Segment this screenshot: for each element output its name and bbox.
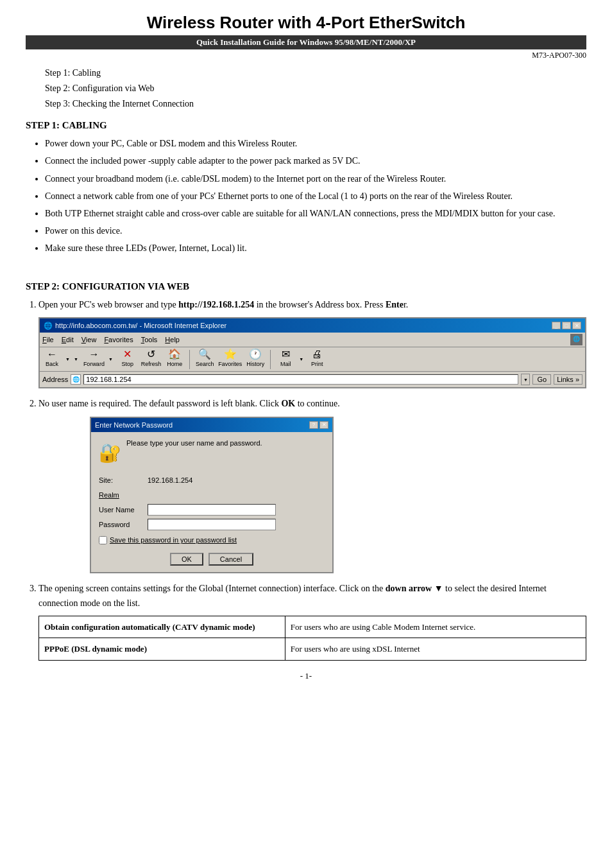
- step2-item2-text2: to continue.: [295, 399, 340, 408]
- step2-item1-enter: Ente: [386, 300, 404, 309]
- step1-title: STEP 1: CABLING: [26, 120, 586, 131]
- table-cell-right-2: For users who are using xDSL Internet: [285, 638, 586, 660]
- dialog-body: 🔐 Please type your user name and passwor…: [91, 432, 332, 572]
- step2-item2-ok: OK: [281, 399, 295, 408]
- dialog-save-checkbox[interactable]: Save this password in your password list: [99, 534, 325, 546]
- subtitle-bar: Quick Installation Guide for Windows 95/…: [26, 35, 586, 49]
- toolbar-separator-2: [270, 350, 271, 369]
- minimize-button[interactable]: _: [552, 322, 561, 329]
- back-button[interactable]: ← Back: [42, 349, 62, 369]
- mail-label: Mail: [280, 360, 291, 369]
- toolbar-separator-1: [189, 350, 190, 369]
- mail-dropdown-arrow[interactable]: ▼: [299, 356, 303, 363]
- step2-item1-before: Open your PC's web browser and type: [38, 300, 178, 309]
- browser-addressbar: Address 🌐 ▼ Go Links »: [40, 372, 585, 387]
- bullet-4: Connect a network cable from one of your…: [45, 189, 586, 204]
- home-label: Home: [167, 360, 182, 369]
- menu-edit[interactable]: Edit: [62, 334, 74, 345]
- search-button[interactable]: 🔍 Search: [195, 349, 214, 369]
- dialog-password-field[interactable]: Password: [99, 519, 325, 530]
- refresh-label: Refresh: [141, 360, 162, 369]
- dialog-close-button[interactable]: ✕: [319, 421, 328, 429]
- bullet-1: Power down your PC, Cable or DSL modem a…: [45, 136, 586, 151]
- browser-window-controls[interactable]: _ □ ✕: [552, 322, 581, 329]
- dialog-message: Please type your user name and password.: [126, 438, 262, 448]
- mail-icon: ✉: [282, 349, 290, 360]
- password-dialog: Enter Network Password ? ✕ 🔐 Please type…: [90, 417, 334, 573]
- address-dropdown[interactable]: ▼: [521, 374, 530, 385]
- lock-icon: 🔐: [99, 438, 121, 468]
- toc-item-1: Step 1: Cabling: [45, 65, 586, 81]
- mail-button[interactable]: ✉ Mail: [276, 349, 295, 369]
- menu-help[interactable]: Help: [165, 334, 180, 345]
- menu-favorites[interactable]: Favorites: [104, 334, 133, 345]
- browser-title-label: http://info.abocom.com.tw/ - Microsoft I…: [55, 320, 226, 331]
- browser-menubar: File Edit View Favorites Tools Help 🌐: [40, 333, 585, 347]
- cancel-button[interactable]: Cancel: [208, 553, 253, 566]
- stop-icon: ✕: [123, 349, 132, 360]
- browser-title-icon: 🌐: [44, 320, 53, 331]
- address-label: Address: [42, 374, 68, 385]
- table-row-2: PPPoE (DSL dynamic mode) For users who a…: [39, 638, 586, 660]
- home-icon: 🏠: [168, 349, 181, 360]
- step2-item-2: No user name is required. The default pa…: [38, 396, 586, 573]
- forward-dropdown-arrow2[interactable]: ▼: [108, 356, 113, 363]
- browser-title-text: 🌐 http://info.abocom.com.tw/ - Microsoft…: [44, 320, 226, 331]
- menu-file[interactable]: File: [42, 334, 54, 345]
- ie-icon: 🌐: [570, 334, 582, 345]
- step2-item-3: The opening screen contains settings for…: [38, 581, 586, 661]
- forward-button[interactable]: → Forward: [83, 349, 105, 369]
- stop-button[interactable]: ✕ Stop: [118, 349, 137, 369]
- table-cell-left-1: Obtain configuration automatically (CATV…: [39, 616, 285, 638]
- site-value: 192.168.1.254: [148, 474, 192, 486]
- username-input[interactable]: [148, 504, 276, 516]
- bullet-6: Power on this device.: [45, 223, 586, 238]
- dialog-realm-field: Realm: [99, 489, 325, 501]
- print-button[interactable]: 🖨 Print: [307, 349, 327, 369]
- close-button[interactable]: ✕: [572, 322, 581, 329]
- browser-toolbar: ← Back ▼ ▼ → Forward ▼ ✕ Stop ↺ Refresh: [40, 347, 585, 372]
- username-label: User Name: [99, 504, 144, 516]
- address-input[interactable]: [83, 374, 518, 385]
- down-arrow-symbol: ▼: [434, 584, 443, 593]
- favorites-icon: ⭐: [224, 349, 237, 360]
- model-number: M73-APO07-300: [26, 51, 586, 60]
- menu-tools[interactable]: Tools: [141, 334, 158, 345]
- home-button[interactable]: 🏠 Home: [165, 349, 184, 369]
- page-title: Wireless Router with 4-Port EtherSwitch: [26, 13, 586, 33]
- history-button[interactable]: 🕐 History: [246, 349, 265, 369]
- step2-item3-before: The opening screen contains settings for…: [38, 584, 386, 593]
- favorites-button[interactable]: ⭐ Favorites: [218, 349, 242, 369]
- menu-view[interactable]: View: [81, 334, 97, 345]
- stop-label: Stop: [122, 360, 134, 369]
- forward-icon: →: [89, 349, 99, 360]
- go-button[interactable]: Go: [532, 374, 551, 385]
- site-label: Site:: [99, 474, 144, 486]
- refresh-icon: ↺: [147, 349, 155, 360]
- forward-dropdown-arrow[interactable]: ▼: [74, 356, 78, 363]
- table-row-1: Obtain configuration automatically (CATV…: [39, 616, 586, 638]
- maximize-button[interactable]: □: [562, 322, 571, 329]
- step2-title: STEP 2: CONFIGURATION VIA WEB: [26, 281, 586, 292]
- save-password-checkbox[interactable]: [99, 536, 107, 544]
- page-number: - 1-: [26, 671, 586, 681]
- search-icon: 🔍: [198, 349, 211, 360]
- browser-titlebar: 🌐 http://info.abocom.com.tw/ - Microsoft…: [40, 318, 585, 333]
- password-input[interactable]: [148, 519, 276, 530]
- config-table: Obtain configuration automatically (CATV…: [38, 616, 586, 661]
- links-button[interactable]: Links »: [554, 374, 582, 385]
- dialog-controls[interactable]: ? ✕: [309, 421, 328, 429]
- toc-item-3: Step 3: Checking the Internet Connection: [45, 96, 586, 112]
- dialog-buttons: OK Cancel: [99, 553, 325, 566]
- password-label: Password: [99, 519, 144, 530]
- ok-button[interactable]: OK: [170, 553, 203, 566]
- step2-item1-r: r.: [404, 300, 408, 309]
- bullet-5: Both UTP Ethernet straight cable and cro…: [45, 206, 586, 221]
- dialog-help-button[interactable]: ?: [309, 421, 318, 429]
- favorites-label: Favorites: [218, 360, 242, 369]
- dialog-username-field[interactable]: User Name: [99, 504, 325, 516]
- refresh-button[interactable]: ↺ Refresh: [141, 349, 162, 369]
- history-icon: 🕐: [249, 349, 262, 360]
- bullet-3: Connect your broadband modem (i.e. cable…: [45, 171, 586, 186]
- back-dropdown-arrow[interactable]: ▼: [65, 356, 70, 363]
